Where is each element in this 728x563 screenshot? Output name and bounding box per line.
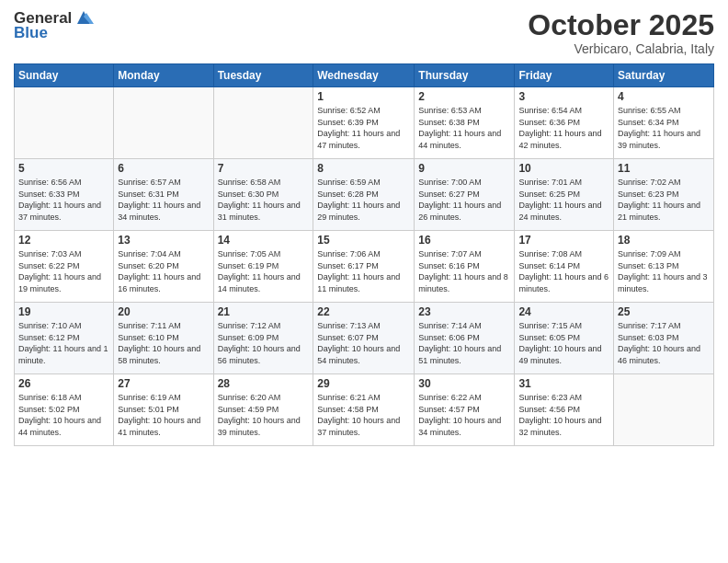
calendar-cell: 2Sunrise: 6:53 AM Sunset: 6:38 PM Daylig…: [415, 87, 515, 159]
day-number: 13: [118, 234, 209, 247]
day-number: 28: [218, 377, 310, 390]
day-info: Sunrise: 6:20 AM Sunset: 4:59 PM Dayligh…: [218, 392, 310, 438]
day-info: Sunrise: 7:12 AM Sunset: 6:09 PM Dayligh…: [218, 320, 310, 366]
calendar-cell: 22Sunrise: 7:13 AM Sunset: 6:07 PM Dayli…: [313, 303, 415, 374]
day-number: 5: [18, 162, 109, 175]
day-info: Sunrise: 6:56 AM Sunset: 6:33 PM Dayligh…: [18, 177, 109, 223]
col-friday: Friday: [515, 64, 614, 87]
day-info: Sunrise: 7:14 AM Sunset: 6:06 PM Dayligh…: [418, 320, 510, 366]
day-info: Sunrise: 6:21 AM Sunset: 4:58 PM Dayligh…: [317, 392, 410, 438]
calendar-cell: [213, 87, 313, 159]
page: General Blue October 2025 Verbicaro, Cal…: [0, 0, 728, 563]
day-number: 27: [118, 377, 209, 390]
day-info: Sunrise: 6:54 AM Sunset: 6:36 PM Dayligh…: [518, 105, 609, 151]
day-number: 2: [418, 90, 510, 103]
day-info: Sunrise: 6:59 AM Sunset: 6:28 PM Dayligh…: [317, 177, 410, 223]
calendar-week-1: 1Sunrise: 6:52 AM Sunset: 6:39 PM Daylig…: [15, 87, 714, 159]
col-monday: Monday: [114, 64, 213, 87]
calendar-cell: 29Sunrise: 6:21 AM Sunset: 4:58 PM Dayli…: [313, 374, 415, 446]
day-number: 21: [218, 305, 310, 318]
day-info: Sunrise: 6:52 AM Sunset: 6:39 PM Dayligh…: [317, 105, 410, 151]
day-number: 17: [518, 234, 609, 247]
col-thursday: Thursday: [415, 64, 515, 87]
calendar-cell: 25Sunrise: 7:17 AM Sunset: 6:03 PM Dayli…: [614, 303, 714, 374]
calendar-cell: 10Sunrise: 7:01 AM Sunset: 6:25 PM Dayli…: [515, 159, 614, 231]
day-number: 30: [418, 377, 510, 390]
calendar-cell: [614, 374, 714, 446]
calendar-cell: 21Sunrise: 7:12 AM Sunset: 6:09 PM Dayli…: [213, 303, 313, 374]
day-number: 12: [18, 234, 109, 247]
calendar-cell: 5Sunrise: 6:56 AM Sunset: 6:33 PM Daylig…: [15, 159, 114, 231]
day-number: 19: [18, 305, 109, 318]
day-number: 10: [518, 162, 609, 175]
day-info: Sunrise: 7:09 AM Sunset: 6:13 PM Dayligh…: [618, 248, 710, 294]
calendar-table: Sunday Monday Tuesday Wednesday Thursday…: [14, 63, 714, 446]
calendar-cell: 23Sunrise: 7:14 AM Sunset: 6:06 PM Dayli…: [415, 303, 515, 374]
calendar-cell: 12Sunrise: 7:03 AM Sunset: 6:22 PM Dayli…: [15, 231, 114, 303]
day-number: 25: [618, 305, 710, 318]
calendar-cell: 30Sunrise: 6:22 AM Sunset: 4:57 PM Dayli…: [415, 374, 515, 446]
logo-icon: [74, 7, 94, 28]
calendar-cell: 19Sunrise: 7:10 AM Sunset: 6:12 PM Dayli…: [15, 303, 114, 374]
day-info: Sunrise: 6:53 AM Sunset: 6:38 PM Dayligh…: [418, 105, 510, 151]
calendar-cell: 6Sunrise: 6:57 AM Sunset: 6:31 PM Daylig…: [114, 159, 213, 231]
day-info: Sunrise: 6:18 AM Sunset: 5:02 PM Dayligh…: [18, 392, 109, 438]
calendar-cell: 20Sunrise: 7:11 AM Sunset: 6:10 PM Dayli…: [114, 303, 213, 374]
calendar-cell: 24Sunrise: 7:15 AM Sunset: 6:05 PM Dayli…: [515, 303, 614, 374]
day-number: 31: [518, 377, 609, 390]
calendar-cell: 9Sunrise: 7:00 AM Sunset: 6:27 PM Daylig…: [415, 159, 515, 231]
day-info: Sunrise: 7:02 AM Sunset: 6:23 PM Dayligh…: [618, 177, 710, 223]
day-info: Sunrise: 6:23 AM Sunset: 4:56 PM Dayligh…: [518, 392, 609, 438]
day-number: 3: [518, 90, 609, 103]
day-info: Sunrise: 7:04 AM Sunset: 6:20 PM Dayligh…: [118, 248, 209, 294]
col-tuesday: Tuesday: [213, 64, 313, 87]
calendar-cell: 17Sunrise: 7:08 AM Sunset: 6:14 PM Dayli…: [515, 231, 614, 303]
title-section: October 2025 Verbicaro, Calabria, Italy: [528, 9, 714, 56]
day-info: Sunrise: 7:06 AM Sunset: 6:17 PM Dayligh…: [317, 248, 410, 294]
day-info: Sunrise: 7:01 AM Sunset: 6:25 PM Dayligh…: [518, 177, 609, 223]
calendar-cell: 13Sunrise: 7:04 AM Sunset: 6:20 PM Dayli…: [114, 231, 213, 303]
calendar-week-5: 26Sunrise: 6:18 AM Sunset: 5:02 PM Dayli…: [15, 374, 714, 446]
calendar-week-4: 19Sunrise: 7:10 AM Sunset: 6:12 PM Dayli…: [15, 303, 714, 374]
day-number: 9: [418, 162, 510, 175]
calendar-cell: 14Sunrise: 7:05 AM Sunset: 6:19 PM Dayli…: [213, 231, 313, 303]
col-saturday: Saturday: [614, 64, 714, 87]
location-subtitle: Verbicaro, Calabria, Italy: [528, 41, 714, 56]
day-info: Sunrise: 6:55 AM Sunset: 6:34 PM Dayligh…: [618, 105, 710, 151]
day-info: Sunrise: 7:03 AM Sunset: 6:22 PM Dayligh…: [18, 248, 109, 294]
day-info: Sunrise: 7:00 AM Sunset: 6:27 PM Dayligh…: [418, 177, 510, 223]
day-number: 11: [618, 162, 710, 175]
day-number: 23: [418, 305, 510, 318]
col-sunday: Sunday: [15, 64, 114, 87]
day-info: Sunrise: 7:10 AM Sunset: 6:12 PM Dayligh…: [18, 320, 109, 366]
day-info: Sunrise: 6:22 AM Sunset: 4:57 PM Dayligh…: [418, 392, 510, 438]
day-number: 7: [218, 162, 310, 175]
day-info: Sunrise: 7:17 AM Sunset: 6:03 PM Dayligh…: [618, 320, 710, 366]
calendar-cell: [15, 87, 114, 159]
day-info: Sunrise: 7:08 AM Sunset: 6:14 PM Dayligh…: [518, 248, 609, 294]
calendar-header-row: Sunday Monday Tuesday Wednesday Thursday…: [15, 64, 714, 87]
calendar-cell: 7Sunrise: 6:58 AM Sunset: 6:30 PM Daylig…: [213, 159, 313, 231]
day-number: 18: [618, 234, 710, 247]
day-number: 22: [317, 305, 410, 318]
day-number: 20: [118, 305, 209, 318]
calendar-week-2: 5Sunrise: 6:56 AM Sunset: 6:33 PM Daylig…: [15, 159, 714, 231]
day-info: Sunrise: 6:57 AM Sunset: 6:31 PM Dayligh…: [118, 177, 209, 223]
day-info: Sunrise: 6:58 AM Sunset: 6:30 PM Dayligh…: [218, 177, 310, 223]
calendar-cell: 18Sunrise: 7:09 AM Sunset: 6:13 PM Dayli…: [614, 231, 714, 303]
month-title: October 2025: [528, 9, 714, 41]
calendar-cell: 4Sunrise: 6:55 AM Sunset: 6:34 PM Daylig…: [614, 87, 714, 159]
calendar-cell: 3Sunrise: 6:54 AM Sunset: 6:36 PM Daylig…: [515, 87, 614, 159]
logo-blue: Blue: [14, 24, 48, 42]
day-info: Sunrise: 7:11 AM Sunset: 6:10 PM Dayligh…: [118, 320, 209, 366]
day-info: Sunrise: 7:07 AM Sunset: 6:16 PM Dayligh…: [418, 248, 510, 294]
calendar-cell: 15Sunrise: 7:06 AM Sunset: 6:17 PM Dayli…: [313, 231, 415, 303]
calendar-cell: 31Sunrise: 6:23 AM Sunset: 4:56 PM Dayli…: [515, 374, 614, 446]
day-info: Sunrise: 7:15 AM Sunset: 6:05 PM Dayligh…: [518, 320, 609, 366]
day-number: 4: [618, 90, 710, 103]
header: General Blue October 2025 Verbicaro, Cal…: [14, 9, 714, 56]
calendar-cell: [114, 87, 213, 159]
logo: General Blue: [14, 9, 94, 42]
day-number: 26: [18, 377, 109, 390]
day-number: 14: [218, 234, 310, 247]
